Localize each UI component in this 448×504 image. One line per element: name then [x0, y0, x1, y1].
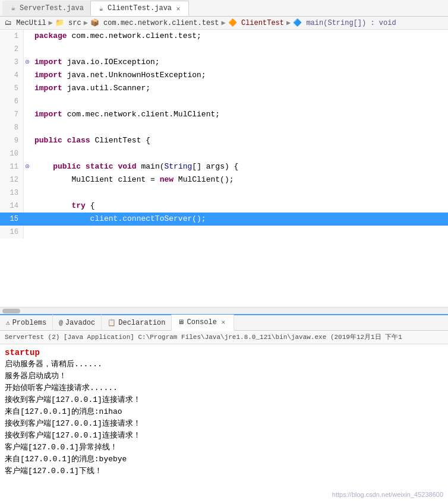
breadcrumb-part-5: 🔷 main(String[]) : void [293, 18, 396, 27]
code-line-3: 3 ⊙ import java.io.IOException; [0, 56, 448, 69]
console-header-text: ServerTest (2) [Java Application] C:\Pro… [5, 334, 402, 341]
console-line-2: 服务器启动成功！ [5, 370, 443, 382]
console-line-3: 开始侦听客户端连接请求...... [5, 382, 443, 394]
code-line-8: 8 [0, 121, 448, 134]
code-line-2: 2 [0, 43, 448, 56]
code-line-4: 4 import java.net.UnknownHostException; [0, 69, 448, 82]
problems-icon: ⚠ [6, 319, 10, 327]
code-line-6: 6 [0, 95, 448, 108]
declaration-icon: 📋 [108, 319, 116, 327]
breadcrumb-part-3: 📦 com.mec.network.client.test [90, 18, 219, 27]
tab-javadoc-label: Javadoc [65, 319, 95, 327]
javadoc-icon: @ [59, 319, 63, 327]
code-line-15: 15 client.connectToServer(); [0, 213, 448, 226]
console-line-6: 接收到客户端[127.0.0.1]连接请求！ [5, 418, 443, 430]
tab-close-button[interactable]: ✕ [174, 4, 182, 12]
console-line-7: 接收到客户端[127.0.0.1]连接请求！ [5, 430, 443, 442]
java-file-icon: ☕ [9, 4, 17, 12]
editor-scroll-area[interactable]: 1 package com.mec.network.client.test; 2… [0, 30, 448, 307]
code-line-7: 7 import com.mec.network.client.MulClien… [0, 108, 448, 121]
breadcrumb-part-1: 🗂 MecUtil [5, 18, 46, 27]
tab-problems[interactable]: ⚠ Problems [0, 315, 53, 331]
console-close-button[interactable]: ✕ [219, 318, 228, 327]
tab-console[interactable]: 🖥 Console ✕ [172, 315, 234, 331]
code-line-11: 11 ⊙ public static void main(String[] ar… [0, 160, 448, 173]
breadcrumb-part-4: 🔶 ClientTest [228, 18, 284, 27]
tab-declaration[interactable]: 📋 Declaration [102, 315, 172, 331]
scrollbar-thumb[interactable] [2, 309, 20, 313]
tab-clienttest-label: ClientTest.java [108, 4, 172, 12]
breadcrumb: 🗂 MecUtil ▶ 📁 src ▶ 📦 com.mec.network.cl… [0, 17, 448, 30]
tab-declaration-label: Declaration [118, 319, 165, 327]
console-output[interactable]: startup 启动服务器，请稍后...... 服务器启动成功！ 开始侦听客户端… [0, 344, 448, 504]
bottom-tab-bar: ⚠ Problems @ Javadoc 📋 Declaration 🖥 Con… [0, 314, 448, 331]
tab-clienttest[interactable]: ☕ ClientTest.java ✕ [90, 1, 189, 16]
code-line-1: 1 package com.mec.network.client.test; [0, 30, 448, 43]
console-line-1: 启动服务器，请稍后...... [5, 359, 443, 370]
code-line-13: 13 [0, 186, 448, 199]
tab-console-label: Console [187, 318, 216, 327]
code-editor[interactable]: 1 package com.mec.network.client.test; 2… [0, 30, 448, 314]
console-line-10: 客户端[127.0.0.1]下线！ [5, 465, 443, 477]
tab-problems-label: Problems [12, 319, 47, 327]
code-line-5: 5 import java.util.Scanner; [0, 82, 448, 95]
console-line-4: 接收到客户端[127.0.0.1]连接请求！ [5, 394, 443, 406]
code-line-12: 12 MulClient client = new MulClient(); [0, 173, 448, 186]
code-line-9: 9 public class ClientTest { [0, 134, 448, 147]
console-line-8: 客户端[127.0.0.1]异常掉线！ [5, 442, 443, 454]
editor-tab-bar: ☕ ServerTest.java ☕ ClientTest.java ✕ [0, 0, 448, 17]
code-line-16: 16 [0, 226, 448, 239]
tab-servertest[interactable]: ☕ ServerTest.java [2, 1, 90, 16]
code-line-14: 14 try { [0, 199, 448, 213]
console-line-9: 来自[127.0.0.1]的消息:byebye [5, 454, 443, 465]
bottom-panel: ⚠ Problems @ Javadoc 📋 Declaration 🖥 Con… [0, 314, 448, 504]
console-icon: 🖥 [178, 318, 184, 326]
tab-javadoc[interactable]: @ Javadoc [53, 315, 102, 331]
code-line-10: 10 [0, 147, 448, 160]
java-file-icon-2: ☕ [97, 4, 105, 12]
watermark: https://blog.csdn.net/weixin_45238600 [332, 491, 443, 498]
horizontal-scrollbar[interactable] [0, 307, 448, 314]
console-line-startup: startup [5, 347, 443, 359]
console-run-header: ServerTest (2) [Java Application] C:\Pro… [0, 331, 448, 344]
breadcrumb-part-2: 📁 src [55, 18, 81, 27]
console-line-5: 来自[127.0.0.1]的消息:nihao [5, 406, 443, 418]
tab-servertest-label: ServerTest.java [20, 4, 84, 12]
